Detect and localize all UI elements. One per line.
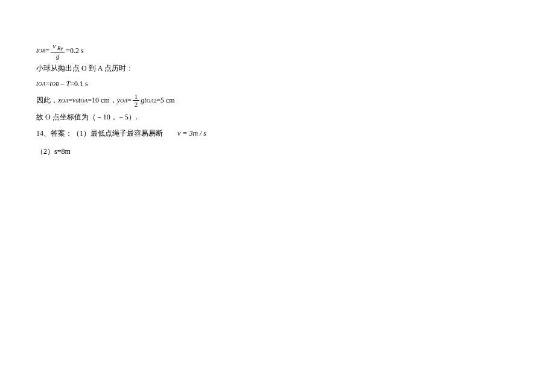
eq-sign: =: [45, 45, 49, 58]
fraction-half: 1 2: [133, 93, 140, 108]
text-o-to-a: 小球从抛出点 O 到 A 点历时：: [36, 62, 519, 75]
minus-sign: －: [59, 78, 66, 91]
equation-toa: t OA = t OB － T =0.1 s: [36, 78, 519, 91]
ans14-2-text: （2）s=8m: [36, 145, 71, 159]
coords-text: 故 O 点坐标值为（－10，－5）.: [36, 111, 138, 124]
equation-tob: t OB = v By g =0.2 s: [36, 42, 519, 60]
sub-toa-x: OA: [80, 96, 87, 106]
eq-sign-y: =: [127, 94, 132, 107]
prefix-therefore: 因此，: [36, 94, 58, 107]
fraction-vby-g: v By g: [51, 42, 65, 60]
sub-oa1: OA: [38, 79, 45, 89]
equation-xoa-yoa: 因此， x OA = v 0 t OA =10 cm， y OA = 1 2 g…: [36, 93, 519, 108]
ans14-formula: v = 3m / s: [177, 127, 206, 141]
val-xoa: =10 cm，: [87, 94, 116, 107]
sub-xoa: OA: [61, 96, 68, 106]
var-v: v: [52, 42, 56, 49]
sub-ob2: OB: [51, 79, 59, 89]
frac-den-2: 2: [133, 101, 140, 108]
eq-sign-x: =: [68, 94, 72, 107]
frac-denominator: g: [54, 52, 62, 60]
frac-num-1: 1: [133, 93, 140, 101]
text-content: 小球从抛出点 O 到 A 点历时：: [36, 62, 133, 75]
var-T: T: [66, 78, 70, 91]
sub-yoa: OA: [120, 96, 127, 106]
answer-14-1: 14、答案：（1）最低点绳子最容易易断 v = 3m / s: [36, 127, 519, 141]
sub-ob: OB: [38, 46, 45, 55]
eq-sign1: =: [45, 78, 49, 91]
ans14-prefix: 14、答案：（1）最低点绳子最容易易断: [36, 127, 163, 141]
sub-by: By: [57, 45, 63, 51]
tob-result: =0.2 s: [66, 45, 83, 58]
sub-toa-y: OA: [147, 96, 154, 106]
toa-result: =0.1 s: [70, 78, 87, 91]
frac-numerator: v By: [51, 42, 65, 52]
tob-lhs: t OB =: [36, 45, 49, 58]
answer-14-2: （2）s=8m: [36, 145, 519, 159]
val-yoa: =5 cm: [156, 94, 174, 107]
text-o-coords: 故 O 点坐标值为（－10，－5）.: [36, 111, 519, 124]
